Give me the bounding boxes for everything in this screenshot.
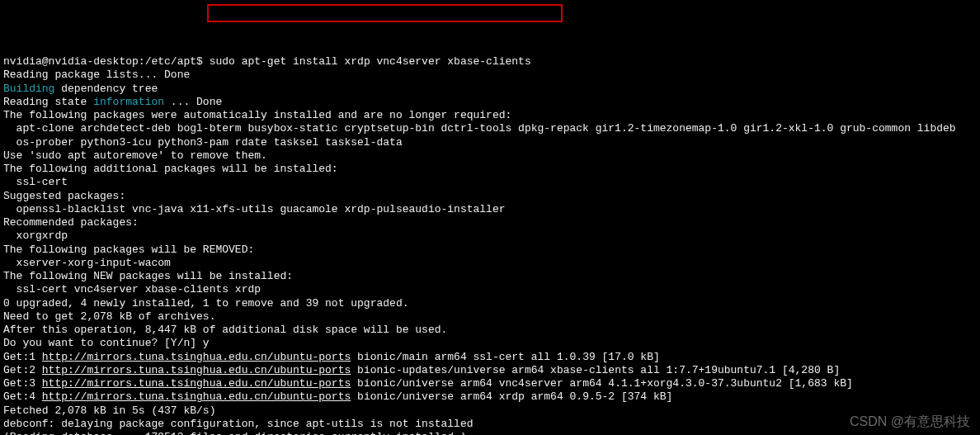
command-highlight-box [207, 4, 563, 22]
output-line: ssl-cert vnc4server xbase-clients xrdp [3, 283, 261, 296]
mirror-url: http://mirrors.tuna.tsinghua.edu.cn/ubun… [42, 351, 351, 363]
prompt-line: nvidia@nvidia-desktop:/etc/apt$ sudo apt… [3, 55, 531, 68]
output-line: Get:3 http://mirrors.tuna.tsinghua.edu.c… [3, 377, 853, 390]
output-line: Recommended packages: [3, 216, 139, 229]
watermark-text: CSDN @有意思科技 [850, 414, 970, 430]
info-keyword: information [93, 96, 164, 108]
output-line: Do you want to continue? [Y/n] y [3, 337, 210, 349]
output-line: Get:1 http://mirrors.tuna.tsinghua.edu.c… [3, 351, 660, 363]
output-line: Reading state information ... Done [3, 96, 222, 108]
output-line: After this operation, 8,447 kB of additi… [3, 324, 447, 336]
output-line: openssl-blacklist vnc-java x11-xfs-utils… [3, 203, 506, 215]
output-line: Reading package lists... Done [3, 69, 190, 81]
output-line: apt-clone archdetect-deb bogl-bterm busy… [3, 122, 956, 135]
output-line: (Reading database ... 179512 files and d… [3, 431, 467, 435]
output-line: The following packages will be REMOVED: [3, 244, 254, 256]
output-line: ssl-cert [3, 176, 68, 188]
output-line: Get:4 http://mirrors.tuna.tsinghua.edu.c… [3, 390, 672, 403]
output-line: The following packages were automaticall… [3, 109, 511, 121]
mirror-url: http://mirrors.tuna.tsinghua.edu.cn/ubun… [42, 390, 351, 403]
output-line: debconf: delaying package configuration,… [3, 418, 474, 430]
building-keyword: Building [3, 83, 54, 95]
output-line: The following NEW packages will be insta… [3, 270, 293, 282]
output-line: The following additional packages will b… [3, 163, 338, 175]
command-text: sudo apt-get install xrdp vnc4server xba… [203, 55, 531, 68]
output-line: Building dependency tree [3, 83, 158, 95]
output-line: 0 upgraded, 4 newly installed, 1 to remo… [3, 297, 408, 310]
output-line: xorgxrdp [3, 229, 68, 242]
output-line: Use 'sudo apt autoremove' to remove them… [3, 149, 267, 162]
output-line: xserver-xorg-input-wacom [3, 257, 171, 269]
output-line: os-prober python3-icu python3-pam rdate … [3, 136, 403, 149]
mirror-url: http://mirrors.tuna.tsinghua.edu.cn/ubun… [42, 364, 351, 376]
output-line: Need to get 2,078 kB of archives. [3, 310, 215, 323]
mirror-url: http://mirrors.tuna.tsinghua.edu.cn/ubun… [42, 377, 351, 390]
output-line: Fetched 2,078 kB in 5s (437 kB/s) [3, 404, 215, 417]
output-line: Suggested packages: [3, 190, 125, 202]
shell-prompt: nvidia@nvidia-desktop:/etc/apt$ [3, 55, 203, 68]
output-line: Get:2 http://mirrors.tuna.tsinghua.edu.c… [3, 364, 840, 376]
terminal-output: nvidia@nvidia-desktop:/etc/apt$ sudo apt… [3, 55, 977, 435]
